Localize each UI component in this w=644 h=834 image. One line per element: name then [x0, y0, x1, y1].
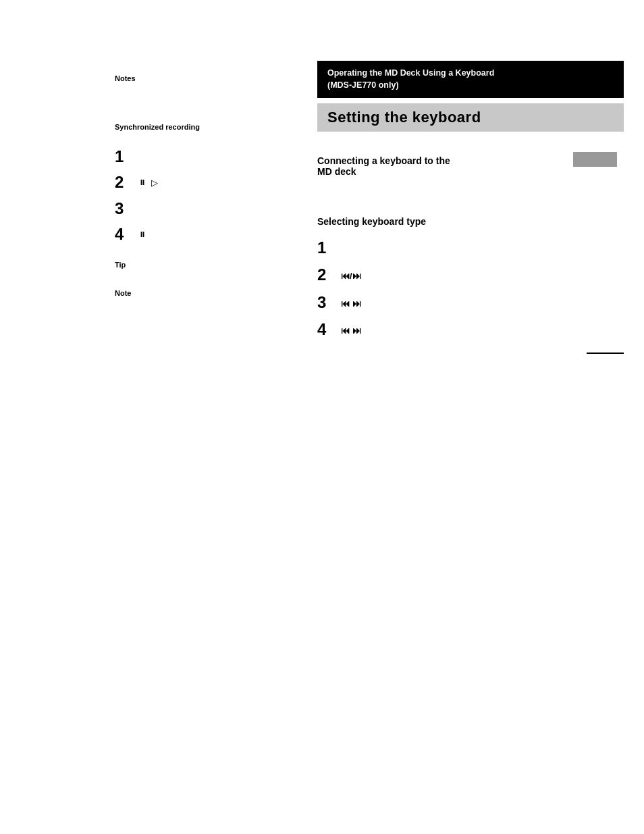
- right-step-number-2: 2: [317, 266, 338, 284]
- right-step-number-4: 4: [317, 321, 338, 338]
- page-container: Notes Synchronized recording 1 2 ⏸ ▷ 3 4…: [0, 0, 644, 834]
- notes-label: Notes: [115, 74, 284, 82]
- right-column: Operating the MD Deck Using a Keyboard (…: [304, 61, 644, 354]
- step-text-2: ⏸: [135, 174, 146, 188]
- right-step-2: 2 ⏮/⏭: [317, 266, 624, 284]
- header-box: Operating the MD Deck Using a Keyboard (…: [317, 61, 624, 98]
- step-text-1: [135, 148, 138, 152]
- step-text-3: [135, 200, 138, 204]
- step-text-4: ⏸: [135, 226, 146, 240]
- gray-bar: [573, 152, 617, 167]
- bottom-divider: [587, 353, 624, 354]
- prev-next-icon-3: ⏮ ⏭: [341, 298, 361, 309]
- right-step-text-2: ⏮/⏭: [338, 266, 361, 282]
- header-line2: (MDS-JE770 only): [327, 80, 399, 90]
- right-step-text-4: ⏮ ⏭: [338, 321, 361, 337]
- step-number-3: 3: [115, 200, 135, 217]
- right-steps: 1 2 ⏮/⏭ 3 ⏮ ⏭: [317, 239, 624, 339]
- left-step-3: 3: [115, 200, 284, 217]
- connecting-subtitle-line1: Connecting a keyboard to the MD deck: [317, 155, 450, 177]
- left-step-4: 4 ⏸: [115, 226, 284, 243]
- right-step-3: 3 ⏮ ⏭: [317, 294, 624, 311]
- left-step-1: 1: [115, 148, 284, 165]
- header-line1: Operating the MD Deck Using a Keyboard: [327, 68, 494, 78]
- left-step-2: 2 ⏸ ▷: [115, 174, 284, 191]
- tip-label: Tip: [115, 261, 284, 269]
- note-label: Note: [115, 289, 284, 297]
- right-step-text-3: ⏮ ⏭: [338, 294, 361, 310]
- selecting-section: Selecting keyboard type 1 2 ⏮/⏭ 3: [317, 216, 624, 354]
- prev-next-icon-2: ⏮/⏭: [341, 271, 361, 281]
- right-step-number-3: 3: [317, 294, 338, 311]
- right-step-4: 4 ⏮ ⏭: [317, 321, 624, 338]
- connecting-title: Connecting a keyboard to the MD deck: [317, 152, 450, 189]
- step-number-2: 2: [115, 174, 135, 191]
- step-number-4: 4: [115, 226, 135, 243]
- arrow-symbol: ▷: [146, 174, 158, 188]
- left-column: Notes Synchronized recording 1 2 ⏸ ▷ 3 4…: [0, 0, 304, 303]
- right-step-number-1: 1: [317, 239, 338, 257]
- right-step-text-1: [338, 239, 341, 243]
- right-step-1: 1: [317, 239, 624, 257]
- prev-next-icon-4: ⏮ ⏭: [341, 325, 361, 336]
- step-number-1: 1: [115, 148, 135, 165]
- pause-icon-2: ⏸: [138, 178, 146, 186]
- selecting-title: Selecting keyboard type: [317, 216, 624, 227]
- pause-icon-4: ⏸: [138, 230, 146, 238]
- connecting-section: Connecting a keyboard to the MD deck: [317, 152, 624, 189]
- section-title: Setting the keyboard: [317, 103, 624, 132]
- sync-label: Synchronized recording: [115, 123, 284, 131]
